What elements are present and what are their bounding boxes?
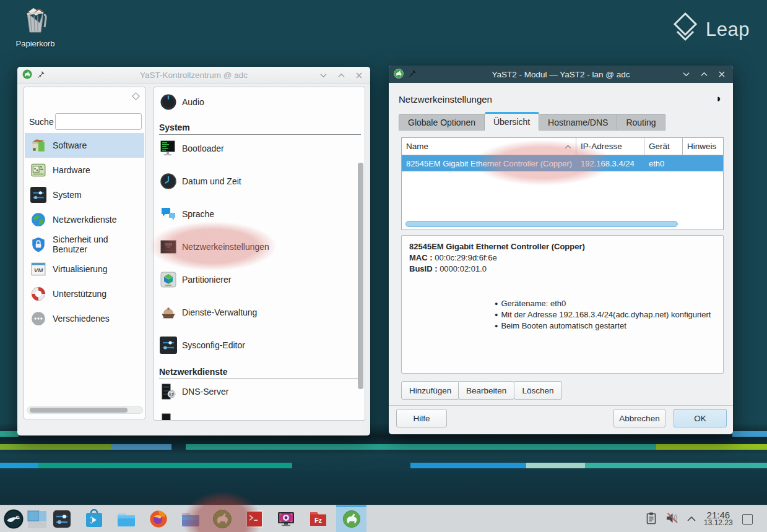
minimize-button[interactable] — [317, 69, 329, 82]
module-item-sysconfig-editor[interactable]: Sysconfig-Editor — [160, 337, 245, 354]
add-button[interactable]: Hinzufügen — [401, 381, 459, 400]
scrollbar-thumb[interactable] — [30, 408, 128, 413]
ok-button[interactable]: OK — [674, 409, 727, 427]
category-panel: Suche Software Hardware System Netzwerkd… — [24, 87, 145, 419]
yast-launcher-icon[interactable] — [212, 509, 232, 529]
delete-button[interactable]: Löschen — [514, 381, 562, 400]
bullet-item: Gerätename: eth0 — [495, 298, 716, 309]
table-row-selected[interactable]: 82545EM Gigabit Ethernet Controller (Cop… — [402, 155, 723, 171]
folder-icon[interactable] — [181, 509, 201, 529]
desktop-stripe — [526, 463, 585, 468]
hardware-icon — [30, 162, 46, 178]
sidebar-item-system[interactable]: System — [25, 182, 144, 207]
active-task-yast[interactable] — [336, 505, 366, 532]
help-button[interactable]: Hilfe — [396, 409, 447, 427]
speech-bubble-icon — [160, 205, 177, 223]
trash-desktop-icon[interactable]: Papierkorb — [11, 5, 59, 48]
yast2-lan-window: YaST2 - Modul — YaST2 - lan @ adc Netzwe… — [389, 66, 733, 434]
desktop-stripe — [186, 444, 656, 450]
tray-expander-chevron-icon[interactable] — [687, 515, 696, 524]
sidebar-horizontal-scrollbar[interactable] — [27, 406, 143, 414]
module-item-bootloader[interactable]: Bootloader — [160, 140, 224, 157]
edit-button[interactable]: Bearbeiten — [458, 381, 514, 400]
maximize-button[interactable] — [335, 69, 347, 82]
sidebar-item-software[interactable]: Software — [25, 133, 144, 158]
table-header-row: Name IP-Adresse Gerät Hinweis — [402, 138, 723, 155]
lifebuoy-icon — [30, 286, 46, 302]
spectacle-icon[interactable] — [276, 509, 296, 529]
module-list-panel: Audio System Bootloader Datum und Zeit S… — [154, 87, 365, 421]
page-title: Netzwerkeinstellungen — [399, 94, 492, 105]
column-header-geraet[interactable]: Gerät — [644, 138, 683, 155]
show-desktop-area — [742, 505, 753, 532]
details-mac-line: MAC : 00:0c:29:9d:6f:6e — [409, 252, 716, 264]
maximize-button[interactable] — [698, 68, 710, 80]
firefox-icon[interactable] — [149, 509, 168, 529]
interface-details-panel: 82545EM Gigabit Ethernet Controller (Cop… — [401, 235, 724, 374]
pin-icon[interactable] — [37, 71, 45, 80]
discover-icon[interactable] — [84, 509, 104, 529]
section-header-system: System — [159, 122, 361, 135]
module-item-datum-und-zeit[interactable]: Datum und Zeit — [160, 173, 241, 190]
titlebar[interactable]: YaST2 - Modul — YaST2 - lan @ adc — [389, 66, 733, 83]
column-header-ip[interactable]: IP-Adresse — [576, 138, 644, 155]
konsole-icon[interactable] — [245, 509, 264, 529]
search-input[interactable] — [55, 113, 142, 130]
trash-label: Papierkorb — [11, 39, 59, 48]
pin-icon[interactable] — [409, 69, 417, 79]
titlebar[interactable]: YaST-Kontrollzentrum @ adc — [17, 67, 370, 84]
module-item-partitionierer[interactable]: Partitionierer — [160, 271, 231, 288]
volume-muted-icon[interactable] — [665, 512, 679, 526]
footer-separator — [389, 405, 733, 406]
software-icon — [30, 137, 46, 153]
interfaces-table: Name IP-Adresse Gerät Hinweis 82545EM Gi… — [401, 137, 724, 230]
show-desktop-button[interactable] — [742, 514, 753, 525]
desktop-stripe — [38, 463, 292, 468]
tab-routing[interactable]: Routing — [617, 114, 665, 131]
close-button[interactable] — [716, 68, 728, 80]
sidebar-item-virtualisierung[interactable]: VM Virtualisierung — [25, 257, 144, 281]
module-item-audio[interactable]: Audio — [160, 93, 204, 111]
system-icon — [30, 187, 46, 203]
tab-globale-optionen[interactable]: Globale Optionen — [399, 114, 485, 131]
system-settings-icon[interactable] — [52, 509, 72, 529]
minimize-button[interactable] — [680, 68, 692, 80]
pager-widget[interactable] — [27, 510, 47, 529]
module-item-dienste-verwaltung[interactable]: Dienste-Verwaltung — [160, 304, 257, 321]
dolphin-file-manager-icon[interactable] — [116, 509, 136, 529]
application-launcher-icon[interactable] — [4, 509, 24, 529]
sidebar-item-verschiedenes[interactable]: Verschiedenes — [25, 306, 144, 331]
desktop: Papierkorb Leap YaST-Kontrollzentrum @ a… — [0, 0, 767, 532]
leap-logo-text: Leap — [706, 19, 750, 41]
module-item-dns-server[interactable]: @ DNS-Server — [160, 383, 228, 400]
services-icon — [160, 304, 177, 321]
svg-text:VM: VM — [34, 267, 44, 273]
cancel-button[interactable]: Abbrechen — [613, 409, 665, 427]
ellipsis-icon — [30, 311, 46, 327]
globe-icon — [30, 212, 46, 228]
desktop-stripe — [111, 444, 171, 450]
close-button[interactable] — [353, 69, 365, 82]
sidebar-item-sicherheit[interactable]: Sicherheit und Benutzer — [25, 232, 144, 257]
tab-uebersicht[interactable]: Übersicht — [485, 112, 539, 131]
clock-icon — [160, 173, 177, 190]
sidebar-item-hardware[interactable]: Hardware — [25, 158, 144, 182]
column-header-hinweis[interactable]: Hinweis — [683, 138, 723, 155]
sidebar-item-unterstuetzung[interactable]: Unterstützung — [25, 281, 144, 306]
module-item-sprache[interactable]: Sprache — [160, 205, 214, 223]
system-tray: 21:46 13.12.23 — [645, 505, 733, 532]
svg-text:Fz: Fz — [314, 517, 323, 524]
desktop-stripe — [732, 431, 767, 437]
module-item-netzwerkeinstellungen[interactable]: Netzwerkeinstellungen — [160, 238, 269, 255]
task-active-indicator — [336, 505, 366, 507]
tab-hostname-dns[interactable]: Hostname/DNS — [539, 114, 617, 131]
table-horizontal-scrollbar[interactable] — [405, 221, 678, 227]
sidebar-item-netzwerkdienste[interactable]: Netzwerkdienste — [25, 207, 144, 232]
digital-clock[interactable]: 21:46 13.12.23 — [704, 511, 733, 527]
search-label: Suche — [29, 117, 54, 127]
clipboard-tray-icon[interactable] — [645, 512, 657, 527]
module-vertical-scrollbar[interactable] — [358, 163, 363, 389]
section-header-netzwerkdienste: Netzwerkdienste — [159, 367, 361, 379]
column-header-name[interactable]: Name — [402, 138, 576, 155]
filezilla-icon[interactable]: Fz — [308, 509, 328, 529]
